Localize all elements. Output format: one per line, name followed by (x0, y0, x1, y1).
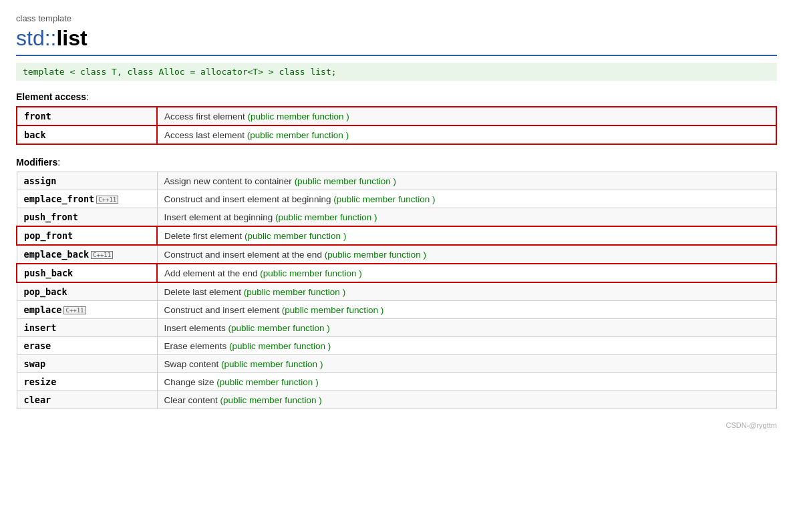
function-description: Swap content (public member function ) (157, 355, 776, 373)
public-tag: (public member function ) (247, 130, 349, 140)
table-row[interactable]: eraseErase elements (public member funct… (17, 337, 776, 355)
sections-container: Element access:frontAccess first element… (16, 91, 777, 409)
function-description: Construct and insert element at the end … (157, 245, 776, 264)
function-name: pop_front (24, 230, 73, 241)
section-table-1: assignAssign new content to container (p… (16, 172, 777, 409)
watermark: CSDN-@rygttm (16, 421, 777, 429)
function-description: Construct and insert element (public mem… (157, 301, 776, 319)
function-description: Insert element at beginning (public memb… (157, 208, 776, 227)
public-tag: (public member function ) (245, 231, 346, 241)
template-syntax: template < class T, class Alloc = alloca… (16, 63, 777, 81)
cxx11-badge: C++11 (96, 196, 118, 204)
function-description: Assign new content to container (public … (157, 172, 776, 190)
public-tag: (public member function ) (220, 395, 322, 405)
section-table-0: frontAccess first element (public member… (16, 106, 777, 145)
public-tag: (public member function ) (221, 359, 323, 369)
page-title: std::list (16, 26, 777, 51)
function-name: front (24, 111, 51, 121)
class-template-label: class template (16, 13, 777, 23)
public-tag: (public member function ) (295, 176, 396, 186)
table-row[interactable]: resizeChange size (public member functio… (17, 373, 776, 391)
function-description: Delete first element (public member func… (157, 226, 776, 245)
public-tag: (public member function ) (275, 212, 377, 222)
table-row[interactable]: push_backAdd element at the end (public … (17, 264, 776, 282)
table-row[interactable]: assignAssign new content to container (p… (17, 172, 776, 190)
table-row[interactable]: push_frontInsert element at beginning (p… (17, 208, 776, 227)
function-description: Access last element (public member funct… (157, 125, 776, 144)
function-description: Delete last element (public member funct… (157, 282, 776, 301)
table-row[interactable]: emplace_backC++11Construct and insert el… (17, 245, 776, 264)
function-name: emplace (24, 304, 62, 315)
function-name: push_front (24, 212, 78, 222)
public-tag: (public member function ) (325, 250, 426, 260)
public-tag: (public member function ) (229, 341, 331, 351)
public-tag: (public member function ) (228, 323, 330, 333)
table-row[interactable]: clearClear content (public member functi… (17, 391, 776, 409)
function-description: Access first element (public member func… (157, 107, 776, 125)
function-name: erase (24, 340, 51, 351)
function-name: pop_back (24, 286, 67, 297)
function-description: Erase elements (public member function ) (157, 337, 776, 355)
table-row[interactable]: swapSwap content (public member function… (17, 355, 776, 373)
public-tag: (public member function ) (248, 111, 349, 121)
table-row[interactable]: emplace_frontC++11Construct and insert e… (17, 190, 776, 208)
function-description: Clear content (public member function ) (157, 391, 776, 409)
section-heading-0: Element access: (16, 91, 777, 102)
public-tag: (public member function ) (333, 194, 435, 204)
function-description: Add element at the end (public member fu… (157, 264, 776, 282)
function-name: assign (24, 176, 57, 186)
function-name: insert (24, 322, 57, 333)
public-tag: (public member function ) (216, 377, 318, 387)
function-name: back (24, 129, 46, 140)
function-description: Change size (public member function ) (157, 373, 776, 391)
table-row[interactable]: pop_backDelete last element (public memb… (17, 282, 776, 301)
function-description: Construct and insert element at beginnin… (157, 190, 776, 208)
title-divider (16, 55, 777, 56)
section-heading-1: Modifiers: (16, 157, 777, 168)
table-row[interactable]: frontAccess first element (public member… (17, 107, 776, 125)
list-name: list (56, 26, 87, 50)
table-row[interactable]: backAccess last element (public member f… (17, 125, 776, 144)
function-description: Insert elements (public member function … (157, 319, 776, 337)
function-name: push_back (24, 268, 73, 278)
function-name: emplace_front (24, 194, 95, 204)
std-prefix: std:: (16, 26, 56, 50)
function-name: clear (24, 394, 51, 405)
table-row[interactable]: emplaceC++11Construct and insert element… (17, 301, 776, 319)
public-tag: (public member function ) (282, 305, 383, 315)
function-name: swap (24, 358, 46, 369)
table-row[interactable]: pop_frontDelete first element (public me… (17, 226, 776, 245)
function-name: resize (24, 376, 57, 387)
cxx11-badge: C++11 (91, 251, 113, 259)
table-row[interactable]: insertInsert elements (public member fun… (17, 319, 776, 337)
cxx11-badge: C++11 (63, 306, 86, 314)
public-tag: (public member function ) (260, 268, 361, 278)
function-name: emplace_back (24, 249, 90, 260)
public-tag: (public member function ) (244, 287, 345, 297)
